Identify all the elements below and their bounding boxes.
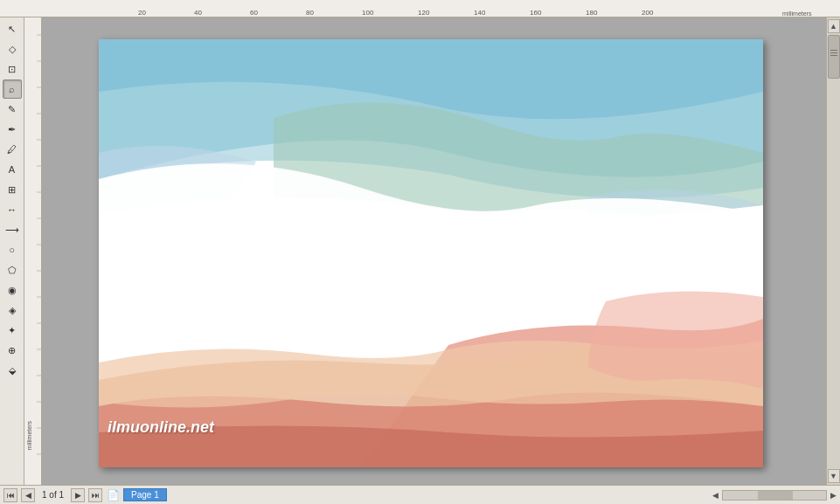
scroll-right-button[interactable]: ▶ (830, 491, 837, 500)
fill-tool[interactable]: ◈ (3, 300, 22, 320)
selector-tool[interactable]: ↖ (3, 19, 22, 38)
grip-line (830, 50, 837, 51)
paint-bucket-tool[interactable]: ⬙ (3, 361, 22, 380)
crop-tool[interactable]: ⊡ (3, 59, 22, 79)
bezier-tool[interactable]: ✒ (3, 120, 22, 139)
horizontal-scrollbar[interactable] (722, 490, 827, 501)
text-tool[interactable]: A (3, 160, 22, 179)
connector-tool[interactable]: ⟶ (3, 220, 22, 239)
scrollbar-grip (829, 36, 839, 56)
scroll-down-button[interactable]: ▼ (828, 469, 840, 483)
ruler-tick: 140 (474, 9, 485, 17)
eyedropper-tool[interactable]: ✦ (3, 321, 22, 340)
canvas-page[interactable]: ilmuonline.net (99, 39, 763, 467)
grip-line (830, 55, 837, 56)
scroll-left-button[interactable]: ◀ (712, 491, 719, 500)
nav-next-button[interactable]: ▶ (71, 488, 85, 502)
ruler-tick: 60 (250, 9, 258, 17)
ruler-tick: 160 (530, 9, 541, 17)
dimension-tool[interactable]: ↔ (3, 200, 22, 219)
ruler-tick: 200 (642, 9, 653, 17)
ruler-tick: 180 (586, 9, 597, 17)
table-tool[interactable]: ⊞ (3, 180, 22, 199)
nav-prev-button[interactable]: ◀ (21, 488, 35, 502)
ruler-unit-label: millimeters (782, 10, 811, 17)
polygon-tool[interactable]: ⬠ (3, 260, 22, 280)
canvas-artwork (99, 39, 763, 467)
ruler-tick: 80 (306, 9, 314, 17)
pen-tool[interactable]: 🖊 (3, 140, 22, 159)
horizontal-scrollbar-thumb[interactable] (758, 491, 793, 500)
ruler-tick: 100 (362, 9, 373, 17)
main-area: ↖ ◇ ⊡ ⌕ ✎ ✒ 🖊 A ⊞ ↔ ⟶ ○ ⬠ ◉ ◈ ✦ ⊕ ⬙ (0, 17, 840, 485)
canvas-area[interactable]: ilmuonline.net (42, 17, 826, 485)
ellipse-tool[interactable]: ○ (3, 240, 22, 259)
ruler-tick: 20 (138, 9, 146, 17)
grip-line (830, 52, 837, 53)
nav-last-button[interactable]: ⏭ (88, 488, 102, 502)
top-ruler: 20 40 60 80 100 120 140 160 180 200 mill… (0, 0, 840, 17)
page-tab[interactable]: Page 1 (123, 488, 167, 501)
right-scrollbar[interactable]: ▲ ▼ (826, 17, 840, 485)
left-ruler-unit: millimeters (26, 421, 32, 450)
ruler-tick: 120 (418, 9, 429, 17)
ruler-tick: 40 (194, 9, 202, 17)
page-count: 1 of 1 (38, 490, 67, 500)
status-bar: ⏮ ◀ 1 of 1 ▶ ⏭ 📄 Page 1 ◀ ▶ (0, 485, 840, 504)
left-toolbar: ↖ ◇ ⊡ ⌕ ✎ ✒ 🖊 A ⊞ ↔ ⟶ ○ ⬠ ◉ ◈ ✦ ⊕ ⬙ (0, 17, 24, 485)
shape-tool[interactable]: ◇ (3, 39, 22, 59)
spiral-tool[interactable]: ◉ (3, 280, 22, 300)
left-ruler: 270 200 160 100 160 140 120 millimeters (24, 17, 42, 485)
freehand-tool[interactable]: ✎ (3, 100, 22, 119)
nav-first-button[interactable]: ⏮ (3, 488, 17, 502)
add-page-button[interactable]: 📄 (106, 488, 120, 502)
zoom-tool[interactable]: ⌕ (3, 79, 22, 99)
scroll-up-button[interactable]: ▲ (828, 19, 840, 33)
interactive-fill-tool[interactable]: ⊕ (3, 341, 22, 360)
scrollbar-thumb-vertical[interactable] (828, 35, 840, 79)
